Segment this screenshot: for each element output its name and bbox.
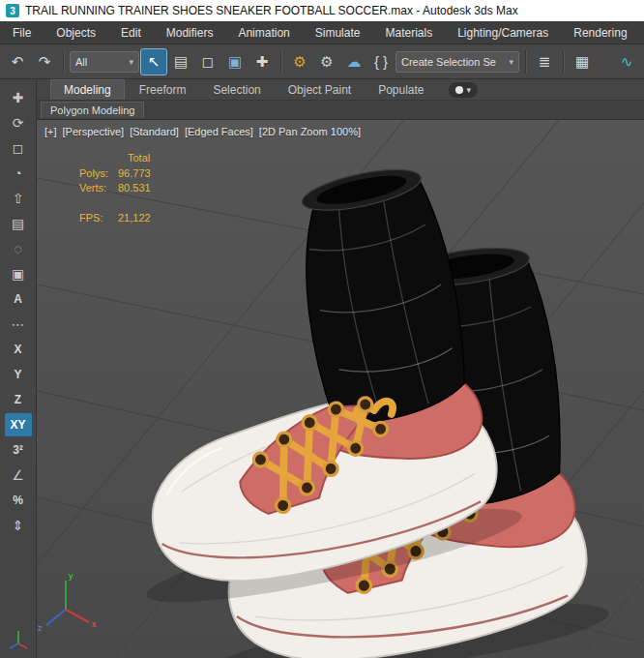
ribbon-state-icon <box>455 86 463 94</box>
stack-view-icon[interactable]: ▤ <box>5 212 32 235</box>
grid-display-icon[interactable]: ▣ <box>5 262 32 285</box>
tab-freeform[interactable]: Freeform <box>127 80 199 100</box>
percent-snap-toggle[interactable]: % <box>5 489 32 512</box>
menu-animation[interactable]: Animation <box>225 21 302 44</box>
selection-filter-dropdown[interactable]: All ▾ <box>70 51 139 73</box>
snaps-3d-toggle[interactable]: 3² <box>5 438 32 462</box>
viewport-menu-shading[interactable]: [Edged Faces] <box>185 126 253 137</box>
menu-materials[interactable]: Materials <box>372 21 445 44</box>
chevron-down-icon: ▾ <box>509 57 513 67</box>
toolbar-separator <box>63 50 64 74</box>
menu-edit[interactable]: Edit <box>108 21 154 44</box>
verts-value: 80.531 <box>118 181 151 195</box>
undo-icon[interactable]: ↶ <box>5 49 30 75</box>
main-toolbar: ↶ ↷ All ▾ ↖ ▤ ◻ ▣ ✚ ⚙ ⚙ ☁ { } Create Sel… <box>0 45 644 79</box>
polys-value: 96.773 <box>118 166 151 181</box>
soft-selection-icon[interactable]: ◌ <box>5 237 32 260</box>
viewport-label: [+] [Perspective] [Standard] [Edged Face… <box>44 126 361 137</box>
angle-snap-icon[interactable]: ⚙ <box>314 49 339 75</box>
toolbar-separator <box>563 50 564 74</box>
world-axis-gizmo: y x z <box>38 571 97 633</box>
menu-objects[interactable]: Objects <box>44 21 108 44</box>
select-by-name-icon[interactable]: ▤ <box>168 49 193 75</box>
select-and-rotate-icon[interactable]: ⟳ <box>5 111 32 135</box>
create-selection-set-value: Create Selection Se <box>401 56 496 68</box>
curve-editor-icon[interactable]: ∿ <box>614 49 639 75</box>
menu-lighting-cameras[interactable]: Lighting/Cameras <box>445 21 561 44</box>
constraint-y-button[interactable]: Y <box>5 363 32 386</box>
stats-verts-row: Verts: 80.531 <box>79 181 151 195</box>
constraint-x-button[interactable]: X <box>5 338 32 361</box>
ribbon-config-dropdown[interactable]: ▾ <box>449 82 479 98</box>
select-object-icon[interactable]: ↖ <box>141 49 166 75</box>
viewport-menu-plus[interactable]: [+] <box>44 126 57 137</box>
viewport-menu-pan-zoom[interactable]: [2D Pan Zoom 100%] <box>259 126 361 137</box>
app-logo-icon: 3 <box>6 4 19 17</box>
app-window: 3 TRAIL RUNNING TRAINER SHOES SNEAKER FO… <box>0 0 644 658</box>
ribbon-subtab-row: Polygon Modeling <box>37 101 644 120</box>
window-title: TRAIL RUNNING TRAINER SHOES SNEAKER FOOT… <box>25 4 518 17</box>
constraint-z-button[interactable]: Z <box>5 388 32 411</box>
tab-modeling[interactable]: Modeling <box>50 79 125 100</box>
menu-file[interactable]: File <box>0 21 44 44</box>
left-toolbar: ✚ ⟳ ◻ ◔ ⇧ ▤ ◌ ▣ A ⋯ X Y Z XY 3² ∠ % ⇕ <box>0 79 37 658</box>
selection-filter-value: All <box>75 56 87 68</box>
verts-label: Verts: <box>79 181 118 195</box>
tab-selection[interactable]: Selection <box>200 80 273 100</box>
chevron-down-icon: ▾ <box>129 57 133 67</box>
viewport-menu-pov[interactable]: [Perspective] <box>63 126 125 137</box>
toolbar-separator <box>525 50 526 74</box>
menu-modifiers[interactable]: Modifiers <box>154 21 226 44</box>
menubar: File Objects Edit Modifiers Animation Si… <box>0 21 644 45</box>
polys-label: Polys: <box>79 166 118 181</box>
viewport-statistics: Total Polys: 96.773 Verts: 80.531 FPS: 2… <box>79 151 151 225</box>
select-and-move-icon[interactable]: ✚ <box>5 86 32 109</box>
right-column: Modeling Freeform Selection Object Paint… <box>37 79 644 658</box>
axis-z-label: z <box>38 623 43 633</box>
tab-polygon-modeling[interactable]: Polygon Modeling <box>41 102 144 118</box>
scene-explorer-icon[interactable]: ▦ <box>570 49 595 75</box>
snaps-toggle-icon[interactable]: ⚙ <box>287 49 312 75</box>
named-selection-sets-icon[interactable]: { } <box>368 49 394 75</box>
menu-simulate[interactable]: Simulate <box>303 21 373 44</box>
axis-y-label: y <box>69 571 73 581</box>
fps-value: 21,122 <box>118 211 151 225</box>
stats-polys-row: Polys: 96.773 <box>79 166 151 181</box>
fps-label: FPS: <box>79 211 118 225</box>
chevron-down-icon: ▾ <box>467 85 472 95</box>
stats-fps-row: FPS: 21,122 <box>79 211 151 225</box>
extrude-tool-icon[interactable]: ⇧ <box>5 187 32 210</box>
layer-manager-icon[interactable]: ≣ <box>532 49 557 75</box>
menu-rendering[interactable]: Rendering <box>561 21 639 44</box>
spacing-tool-icon[interactable]: ⋯ <box>5 313 32 336</box>
select-and-move-icon[interactable]: ✚ <box>249 49 275 75</box>
angle-snap-toggle[interactable]: ∠ <box>5 464 32 487</box>
ribbon-tabs: Modeling Freeform Selection Object Paint… <box>37 79 644 101</box>
viewport-menu-standard[interactable]: [Standard] <box>130 126 179 137</box>
cloud-render-icon[interactable]: ☁ <box>341 49 366 75</box>
redo-icon[interactable]: ↷ <box>32 49 57 75</box>
rect-selection-region-icon[interactable]: ◻ <box>195 49 220 75</box>
select-region-icon[interactable]: ◻ <box>5 136 32 160</box>
paint-selection-region-icon[interactable]: ▣ <box>222 49 248 75</box>
perspective-viewport[interactable]: y x z [+] [Perspective] [Standard] [Edge… <box>37 120 644 658</box>
stats-total-label: Total <box>128 151 151 165</box>
axis-tripod-icon <box>5 628 32 651</box>
constraint-xy-button[interactable]: XY <box>5 413 32 436</box>
orbit-view-icon[interactable]: ◔ <box>5 162 32 185</box>
align-tool-icon[interactable]: A <box>5 287 32 311</box>
spinner-snap-toggle[interactable]: ⇕ <box>5 514 32 537</box>
titlebar: 3 TRAIL RUNNING TRAINER SHOES SNEAKER FO… <box>0 0 644 21</box>
create-selection-set-dropdown[interactable]: Create Selection Se ▾ <box>395 51 519 73</box>
toolbar-separator <box>280 50 281 74</box>
tab-object-paint[interactable]: Object Paint <box>276 80 364 100</box>
axis-x-label: x <box>92 619 97 629</box>
tab-populate[interactable]: Populate <box>366 80 436 100</box>
main-area: ✚ ⟳ ◻ ◔ ⇧ ▤ ◌ ▣ A ⋯ X Y Z XY 3² ∠ % ⇕ <box>0 79 644 658</box>
